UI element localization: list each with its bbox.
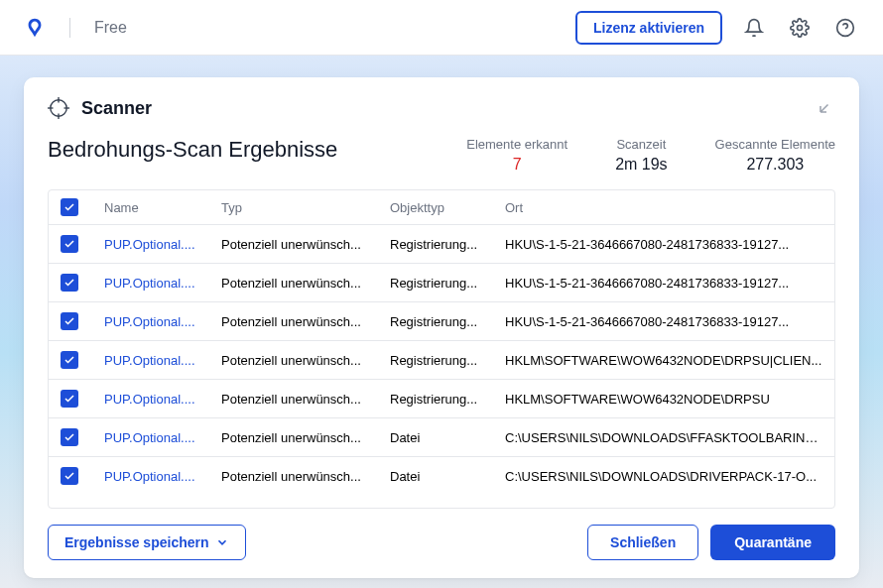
row-checkbox[interactable] xyxy=(61,235,78,253)
object-type: Registrierung... xyxy=(390,237,505,252)
activate-license-button[interactable]: Lizenz aktivieren xyxy=(575,11,722,45)
col-header-objtype[interactable]: Objekttyp xyxy=(390,200,505,215)
save-label: Ergebnisse speichern xyxy=(64,534,209,550)
threat-name[interactable]: PUP.Optional.... xyxy=(104,237,221,252)
crosshair-icon xyxy=(48,97,69,119)
save-results-button[interactable]: Ergebnisse speichern xyxy=(48,525,246,560)
col-header-location[interactable]: Ort xyxy=(505,200,822,215)
col-header-type[interactable]: Typ xyxy=(221,200,390,215)
help-icon xyxy=(835,18,855,38)
select-all-checkbox[interactable] xyxy=(61,198,78,216)
table-body: PUP.Optional.... Potenziell unerwünsch..… xyxy=(49,225,834,508)
results-title: Bedrohungs-Scan Ergebnisse xyxy=(48,137,337,163)
product-tier: Free xyxy=(94,19,127,37)
object-type: Registrierung... xyxy=(390,392,505,407)
stat-value: 277.303 xyxy=(715,156,835,174)
threat-location: HKLM\SOFTWARE\WOW6432NODE\DRPSU xyxy=(505,392,822,407)
stats: Elemente erkannt 7 Scanzeit 2m 19s Gesca… xyxy=(466,137,835,174)
svg-point-0 xyxy=(798,25,803,30)
topbar-actions: Lizenz aktivieren xyxy=(575,11,859,45)
check-icon xyxy=(63,277,75,289)
threat-name[interactable]: PUP.Optional.... xyxy=(104,276,221,291)
table-row[interactable]: PUP.Optional.... Potenziell unerwünsch..… xyxy=(49,418,834,457)
stat-label: Elemente erkannt xyxy=(466,137,568,152)
threat-name[interactable]: PUP.Optional.... xyxy=(104,469,221,484)
row-checkbox[interactable] xyxy=(61,467,78,485)
gear-icon xyxy=(790,18,810,38)
row-checkbox[interactable] xyxy=(61,312,78,330)
threat-type: Potenziell unerwünsch... xyxy=(221,314,390,329)
stat-detected: Elemente erkannt 7 xyxy=(466,137,568,174)
stat-value: 2m 19s xyxy=(615,156,667,174)
threat-type: Potenziell unerwünsch... xyxy=(221,469,390,484)
table-row[interactable]: PUP.Optional.... Potenziell unerwünsch..… xyxy=(49,380,834,418)
results-table: Name Typ Objekttyp Ort PUP.Optional.... … xyxy=(48,189,835,509)
table-row[interactable]: PUP.Optional.... Potenziell unerwünsch..… xyxy=(49,264,834,302)
threat-name[interactable]: PUP.Optional.... xyxy=(104,314,221,329)
check-icon xyxy=(63,201,75,213)
table-row[interactable]: PUP.Optional.... Potenziell unerwünsch..… xyxy=(49,302,834,341)
expand-button[interactable] xyxy=(818,97,835,119)
quarantine-button[interactable]: Quarantäne xyxy=(710,525,835,560)
row-checkbox[interactable] xyxy=(61,351,78,369)
chevron-down-icon xyxy=(215,535,229,549)
table-row[interactable]: PUP.Optional.... Potenziell unerwünsch..… xyxy=(49,457,834,495)
scanner-card: Scanner Bedrohungs-Scan Ergebnisse Eleme… xyxy=(24,77,859,578)
threat-type: Potenziell unerwünsch... xyxy=(221,353,390,368)
expand-icon xyxy=(818,97,835,115)
close-button[interactable]: Schließen xyxy=(587,525,698,560)
stat-label: Scanzeit xyxy=(615,137,667,152)
threat-location: HKU\S-1-5-21-3646667080-2481736833-19127… xyxy=(505,237,822,252)
top-bar: Free Lizenz aktivieren xyxy=(0,0,883,56)
stat-scanned: Gescannte Elemente 277.303 xyxy=(715,137,835,174)
card-footer: Ergebnisse speichern Schließen Quarantän… xyxy=(48,525,835,560)
check-icon xyxy=(63,315,75,327)
card-header: Scanner xyxy=(48,97,835,119)
stat-label: Gescannte Elemente xyxy=(715,137,835,152)
table-header: Name Typ Objekttyp Ort xyxy=(49,190,834,225)
row-checkbox[interactable] xyxy=(61,390,78,408)
threat-location: HKU\S-1-5-21-3646667080-2481736833-19127… xyxy=(505,276,822,291)
check-icon xyxy=(63,393,75,405)
summary-row: Bedrohungs-Scan Ergebnisse Elemente erka… xyxy=(48,137,835,174)
object-type: Datei xyxy=(390,430,505,445)
threat-type: Potenziell unerwünsch... xyxy=(221,430,390,445)
threat-name[interactable]: PUP.Optional.... xyxy=(104,353,221,368)
threat-location: C:\USERS\NILS\DOWNLOADS\FFASKTOOLBARINST… xyxy=(505,430,822,445)
notifications-button[interactable] xyxy=(740,14,768,42)
check-icon xyxy=(63,470,75,482)
row-checkbox[interactable] xyxy=(61,428,78,446)
table-row[interactable]: PUP.Optional.... Potenziell unerwünsch..… xyxy=(49,341,834,380)
threat-name[interactable]: PUP.Optional.... xyxy=(104,430,221,445)
check-icon xyxy=(63,431,75,443)
divider xyxy=(69,18,70,38)
bell-icon xyxy=(744,18,764,38)
threat-type: Potenziell unerwünsch... xyxy=(221,237,390,252)
stat-time: Scanzeit 2m 19s xyxy=(615,137,667,174)
threat-type: Potenziell unerwünsch... xyxy=(221,276,390,291)
threat-type: Potenziell unerwünsch... xyxy=(221,392,390,407)
settings-button[interactable] xyxy=(786,14,814,42)
object-type: Datei xyxy=(390,469,505,484)
object-type: Registrierung... xyxy=(390,276,505,291)
stat-value: 7 xyxy=(466,156,568,174)
threat-name[interactable]: PUP.Optional.... xyxy=(104,392,221,407)
threat-location: C:\USERS\NILS\DOWNLOADS\DRIVERPACK-17-O.… xyxy=(505,469,822,484)
table-row[interactable]: PUP.Optional.... Potenziell unerwünsch..… xyxy=(49,225,834,264)
object-type: Registrierung... xyxy=(390,314,505,329)
card-title: Scanner xyxy=(81,98,152,119)
threat-location: HKU\S-1-5-21-3646667080-2481736833-19127… xyxy=(505,314,822,329)
check-icon xyxy=(63,238,75,250)
malwarebytes-logo-icon xyxy=(24,17,46,39)
object-type: Registrierung... xyxy=(390,353,505,368)
check-icon xyxy=(63,354,75,366)
help-button[interactable] xyxy=(831,14,859,42)
logo: Free xyxy=(24,17,127,39)
threat-location: HKLM\SOFTWARE\WOW6432NODE\DRPSU|CLIEN... xyxy=(505,353,822,368)
col-header-name[interactable]: Name xyxy=(104,200,221,215)
row-checkbox[interactable] xyxy=(61,274,78,292)
